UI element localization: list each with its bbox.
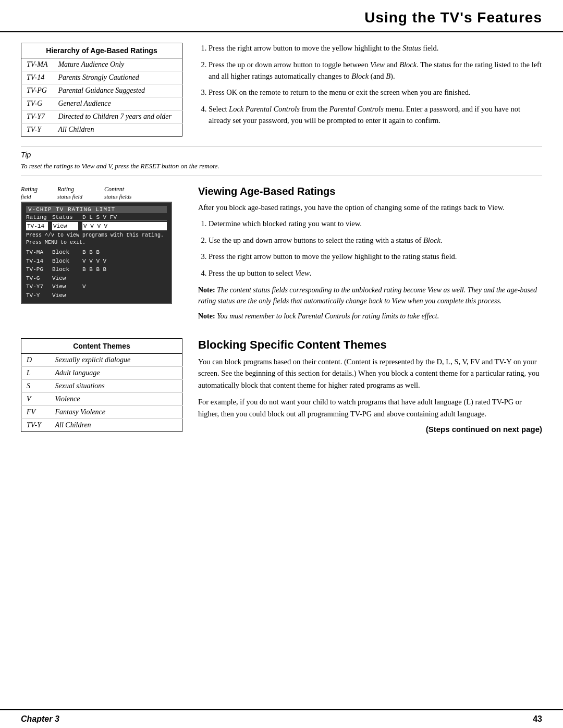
content-themes-table: Content Themes DSexually explicit dialog…: [21, 338, 182, 432]
hierarchy-left-col: Hierarchy of Age-Based Ratings TV-MAMatu…: [21, 43, 182, 137]
tv-screen-container: Rating field Rating status field Content…: [21, 186, 182, 326]
step-item: Press OK on the remote to return to the …: [209, 87, 542, 98]
hierarchy-desc: Mature Audience Only: [53, 58, 182, 71]
content-code: FV: [21, 405, 50, 418]
content-code: TV-Y: [21, 418, 50, 431]
hierarchy-table-heading: Hierarchy of Age-Based Ratings: [21, 43, 182, 58]
blocking-section: Blocking Specific Content Themes You can…: [198, 338, 542, 434]
content-theme-row: SSexual situations: [21, 379, 182, 392]
hierarchy-code: TV-Y: [21, 124, 53, 137]
footer-chapter: Chapter 3: [21, 714, 59, 724]
content-table-heading: Content Themes: [21, 338, 182, 353]
tv-screen-header: Rating Status D L S V FV: [26, 214, 167, 221]
tv-screen: V-CHIP TV RATING LIMIT Rating Status D L…: [21, 202, 172, 304]
viewing-section: Viewing Age-Based Ratings After you bloc…: [198, 186, 542, 326]
page-header: Using the TV's Features: [0, 0, 563, 32]
viewing-step-item: Press the up button to select View.: [209, 268, 542, 279]
hierarchy-code: TV-G: [21, 97, 53, 110]
note2-italic: You must remember to lock Parental Contr…: [217, 312, 439, 320]
tv-screen-press-text: Press ^/v to view programs with this rat…: [26, 232, 167, 246]
hierarchy-desc: General Audience: [53, 97, 182, 110]
content-theme-row: TV-YAll Children: [21, 418, 182, 431]
screen-labels: Rating field Rating status field Content…: [21, 186, 182, 200]
tv-screen-highlight-row: TV-14 View V V V V: [26, 222, 167, 231]
hierarchy-row: TV-GGeneral Audience: [21, 97, 182, 110]
content-desc: Sexually explicit dialogue: [50, 353, 182, 366]
tv-data-row: TV-GView: [26, 274, 167, 283]
note2: Note: You must remember to lock Parental…: [198, 311, 542, 322]
steps-right-col: Press the right arrow button to move the…: [198, 43, 542, 137]
tip-section: Tip To reset the ratings to View and V, …: [21, 146, 542, 176]
page-footer: Chapter 3 43: [0, 709, 563, 728]
blocking-text1: You can block programs based on their co…: [198, 356, 542, 391]
content-code: D: [21, 353, 50, 366]
hierarchy-desc: Directed to Children 7 years and older: [53, 110, 182, 124]
note1-bold: Note:: [198, 286, 215, 294]
tv-screen-title: V-CHIP TV RATING LIMIT: [26, 206, 167, 213]
hierarchy-code: TV-Y7: [21, 110, 53, 124]
page-content: Hierarchy of Age-Based Ratings TV-MAMatu…: [0, 32, 563, 449]
tv-data-row: TV-PGBlockB B B B: [26, 265, 167, 274]
screen-label-status: Rating status field: [57, 186, 104, 200]
bottom-section: Content Themes DSexually explicit dialog…: [21, 338, 542, 434]
screen-label-content: Content status fields: [104, 186, 182, 200]
content-code: L: [21, 366, 50, 379]
viewing-step-item: Use the up and down arrow buttons to sel…: [209, 235, 542, 246]
note2-bold: Note:: [198, 312, 215, 320]
content-desc: Sexual situations: [50, 379, 182, 392]
hierarchy-table: Hierarchy of Age-Based Ratings TV-MAMatu…: [21, 43, 182, 137]
steps-continued: (Steps continued on next page): [198, 425, 542, 434]
viewing-step-item: Determine which blocked rating you want …: [209, 218, 542, 230]
content-theme-row: VViolence: [21, 392, 182, 405]
viewing-heading: Viewing Age-Based Ratings: [198, 186, 542, 198]
hierarchy-row: TV-Y7Directed to Children 7 years and ol…: [21, 110, 182, 124]
step-item: Press the up or down arrow button to tog…: [209, 59, 542, 82]
content-themes-col: Content Themes DSexually explicit dialog…: [21, 338, 182, 434]
content-theme-row: FVFantasy Violence: [21, 405, 182, 418]
hierarchy-desc: All Children: [53, 124, 182, 137]
hierarchy-row: TV-PGParental Guidance Suggested: [21, 84, 182, 97]
steps-right-list: Press the right arrow button to move the…: [198, 43, 542, 127]
content-desc: Adult language: [50, 366, 182, 379]
step-item: Select Lock Parental Controls from the P…: [209, 104, 542, 127]
hierarchy-desc: Parents Strongly Cautioned: [53, 71, 182, 84]
tv-data-row: TV-14BlockV V V V: [26, 257, 167, 266]
step-item: Press the right arrow button to move the…: [209, 43, 542, 54]
hierarchy-code: TV-PG: [21, 84, 53, 97]
content-theme-row: LAdult language: [21, 366, 182, 379]
footer-page: 43: [533, 714, 542, 724]
content-code: S: [21, 379, 50, 392]
tv-data-row: TV-Y7ViewV: [26, 282, 167, 291]
hierarchy-code: TV-MA: [21, 58, 53, 71]
hierarchy-row: TV-MAMature Audience Only: [21, 58, 182, 71]
middle-section: Rating field Rating status field Content…: [21, 186, 542, 326]
content-code: V: [21, 392, 50, 405]
screen-label-rating: Rating field: [21, 186, 57, 200]
hierarchy-row: TV-14Parents Strongly Cautioned: [21, 71, 182, 84]
tip-label: Tip: [21, 151, 542, 159]
tv-data-row: TV-YView: [26, 291, 167, 300]
tv-screen-data-rows: TV-MABlockB B BTV-14BlockV V V VTV-PGBlo…: [26, 248, 167, 300]
content-desc: Violence: [50, 392, 182, 405]
viewing-step-item: Press the right arrow button to move the…: [209, 251, 542, 263]
top-section: Hierarchy of Age-Based Ratings TV-MAMatu…: [21, 43, 542, 137]
viewing-intro: After you block age-based ratings, you h…: [198, 202, 542, 213]
viewing-steps-list: Determine which blocked rating you want …: [198, 218, 542, 279]
tv-data-row: TV-MABlockB B B: [26, 248, 167, 257]
note1-italic: The content status fields corresponding …: [198, 286, 537, 305]
content-desc: All Children: [50, 418, 182, 431]
hierarchy-desc: Parental Guidance Suggested: [53, 84, 182, 97]
content-theme-row: DSexually explicit dialogue: [21, 353, 182, 366]
tip-text: To reset the ratings to View and V, pres…: [21, 161, 542, 171]
blocking-text2: For example, if you do not want your chi…: [198, 396, 542, 419]
blocking-heading: Blocking Specific Content Themes: [198, 338, 542, 352]
note1: Note: The content status fields correspo…: [198, 285, 542, 306]
hierarchy-code: TV-14: [21, 71, 53, 84]
hierarchy-row: TV-YAll Children: [21, 124, 182, 137]
page-title: Using the TV's Features: [364, 9, 542, 26]
content-desc: Fantasy Violence: [50, 405, 182, 418]
